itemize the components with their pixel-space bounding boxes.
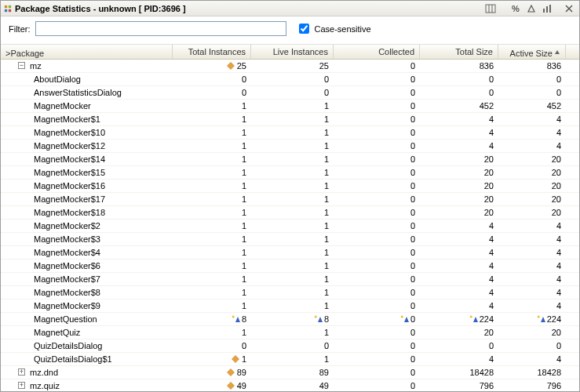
table-row[interactable]: +mz.quiz49490796796	[1, 379, 579, 391]
filter-input[interactable]	[35, 21, 286, 36]
column-header-total-instances[interactable]: Total Instances	[173, 45, 251, 59]
cell-live-instances: 1	[251, 288, 334, 297]
table-row[interactable]: QuizDetailsDialog$111044	[1, 353, 579, 366]
table-body[interactable]: −mz25250836836AboutDialog00000AnswerStat…	[1, 60, 579, 391]
row-label: MagnetMocker$14	[34, 154, 105, 164]
column-header-total-size[interactable]: Total Size	[420, 45, 498, 59]
svg-rect-1	[9, 5, 11, 8]
cell-active-size: 4	[498, 128, 566, 137]
cell-total-size: 20	[420, 194, 498, 204]
cell-active-size: 224	[498, 314, 566, 324]
table-row[interactable]: MagnetMocker$171102020	[1, 193, 579, 206]
table-row[interactable]: MagnetMocker$211044	[1, 220, 579, 233]
column-header-collected[interactable]: Collected	[334, 45, 420, 59]
cell-package: MagnetMocker$7	[1, 274, 173, 284]
table-row[interactable]: MagnetMocker$711044	[1, 273, 579, 286]
delta-button[interactable]	[524, 2, 538, 15]
table-row[interactable]: AboutDialog00000	[1, 73, 579, 86]
table-row[interactable]: MagnetQuestion880224224	[1, 313, 579, 326]
table-row[interactable]: MagnetMocker$1211044	[1, 140, 579, 153]
close-button[interactable]	[562, 2, 576, 15]
diamond-icon	[232, 355, 239, 363]
cell-total-size: 4	[420, 354, 498, 364]
table-row[interactable]: MagnetMocker$151102020	[1, 166, 579, 180]
diamond-icon	[227, 62, 235, 70]
row-label: MagnetMocker$6	[34, 261, 100, 270]
table-row[interactable]: +mz.dnd898901842818428	[1, 366, 579, 379]
svg-point-16	[537, 315, 539, 318]
cell-total-instances: 8	[173, 314, 251, 324]
cell-active-size: 20	[498, 181, 566, 191]
row-label: MagnetMocker$9	[34, 301, 100, 310]
cell-total-instances: 1	[173, 181, 251, 191]
column-header-active-size[interactable]: Active Size	[498, 45, 566, 59]
cell-live-instances: 0	[251, 88, 334, 97]
table-row[interactable]: MagnetMocker110452452	[1, 100, 579, 113]
histogram-button[interactable]	[540, 2, 554, 15]
cell-live-instances: 1	[251, 328, 334, 337]
table-row[interactable]: MagnetMocker$1011044	[1, 126, 579, 140]
cell-total-size: 4	[420, 248, 498, 257]
cell-total-size: 4	[420, 274, 498, 284]
table-row[interactable]: QuizDetailsDialog00000	[1, 339, 579, 353]
row-label: MagnetMocker$15	[34, 168, 105, 177]
cell-collected: 0	[334, 341, 420, 350]
table-row[interactable]: MagnetMocker$611044	[1, 260, 579, 273]
table-row[interactable]: MagnetMocker$311044	[1, 233, 579, 246]
svg-rect-8	[546, 6, 548, 13]
cell-total-instances: 1	[173, 101, 251, 111]
cell-total-size: 20	[420, 328, 498, 337]
cell-live-instances: 0	[251, 341, 334, 350]
cell-total-instances: 0	[173, 88, 251, 97]
cell-live-instances: 1	[251, 248, 334, 257]
cell-total-size: 0	[420, 74, 498, 84]
cell-total-size: 20	[420, 181, 498, 191]
column-header-package[interactable]: >Package	[1, 45, 173, 59]
table-row[interactable]: −mz25250836836	[1, 60, 579, 73]
triangle-icon	[232, 315, 239, 323]
cell-active-size: 20	[498, 194, 566, 204]
case-sensitive-checkbox[interactable]	[299, 24, 309, 34]
tree-expand-icon[interactable]: +	[18, 368, 25, 376]
filter-label: Filter:	[9, 24, 31, 34]
cell-live-instances: 0	[251, 74, 334, 84]
column-header-live-instances[interactable]: Live Instances	[251, 45, 334, 59]
cell-total-instances: 1	[173, 128, 251, 137]
table-row[interactable]: MagnetMocker$911044	[1, 299, 579, 313]
cell-active-size: 20	[498, 328, 566, 337]
cell-live-instances: 8	[251, 314, 334, 324]
customize-columns-button[interactable]	[483, 2, 498, 15]
table-row[interactable]: MagnetMocker$181102020	[1, 206, 579, 220]
triangle-icon	[469, 315, 477, 323]
filter-bar: Filter: Case-sensitive	[1, 16, 579, 45]
cell-total-size: 20	[420, 154, 498, 164]
svg-rect-2	[5, 9, 7, 12]
cell-package: +mz.quiz	[1, 381, 173, 390]
package-statistics-window: Package Statistics - unknown [ PID:3696 …	[0, 0, 580, 392]
cell-active-size: 4	[498, 234, 566, 244]
cell-total-size: 4	[420, 114, 498, 124]
row-label: MagnetMocker$10	[34, 128, 105, 137]
row-label: MagnetMocker$8	[34, 288, 100, 297]
cell-total-instances: 1	[173, 154, 251, 164]
table-row[interactable]: MagnetMocker$161102020	[1, 180, 579, 193]
cell-collected: 0	[334, 208, 420, 217]
tree-expand-icon[interactable]: +	[18, 382, 25, 389]
tree-collapse-icon[interactable]: −	[18, 62, 25, 69]
cell-live-instances: 25	[251, 61, 334, 71]
cell-active-size: 0	[498, 88, 566, 97]
cell-total-size: 20	[420, 208, 498, 217]
cell-collected: 0	[334, 234, 420, 244]
table-row[interactable]: MagnetMocker$811044	[1, 286, 579, 299]
cell-total-size: 0	[420, 341, 498, 350]
table-row[interactable]: MagnetMocker$141102020	[1, 153, 579, 166]
table-row[interactable]: MagnetMocker$411044	[1, 246, 579, 260]
row-label: AnswerStatisticsDialog	[34, 88, 122, 97]
cell-total-size: 4	[420, 128, 498, 137]
percent-button[interactable]: %	[509, 2, 523, 15]
cell-active-size: 18428	[498, 368, 566, 377]
table-row[interactable]: MagnetMocker$111044	[1, 113, 579, 126]
table-row[interactable]: MagnetQuiz1102020	[1, 326, 579, 339]
table-row[interactable]: AnswerStatisticsDialog00000	[1, 86, 579, 100]
svg-point-12	[232, 315, 234, 318]
